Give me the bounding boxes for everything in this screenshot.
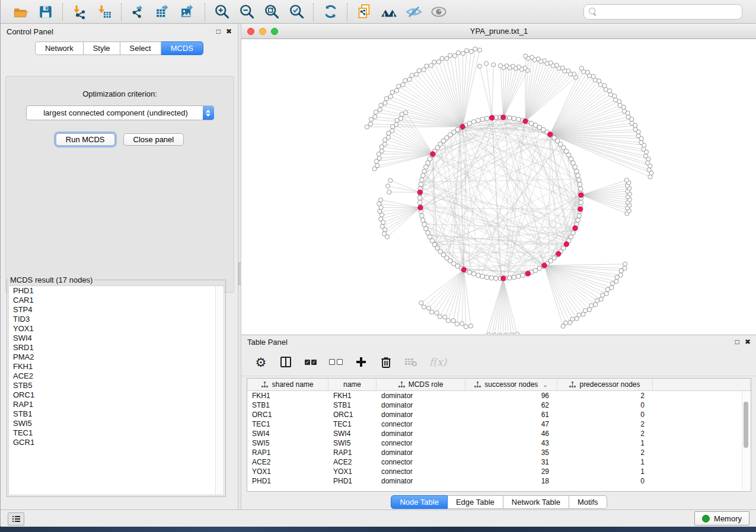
clone-network-button[interactable] bbox=[356, 4, 372, 20]
table-cell[interactable]: STB1 bbox=[328, 400, 377, 410]
table-cell[interactable]: 43 bbox=[465, 438, 557, 448]
table-cell[interactable]: 0 bbox=[557, 410, 653, 419]
open-session-button[interactable] bbox=[12, 4, 29, 20]
table-cell[interactable] bbox=[653, 419, 751, 429]
table-row[interactable]: RAP1RAP1dominator352 bbox=[247, 448, 751, 457]
memory-button[interactable]: Memory bbox=[694, 511, 749, 525]
table-cell[interactable]: YOX1 bbox=[328, 467, 377, 476]
table-row[interactable]: YOX1YOX1connector291 bbox=[247, 467, 751, 476]
table-cell[interactable] bbox=[653, 400, 751, 410]
table-cell[interactable]: connector bbox=[377, 419, 465, 429]
birds-eye-view-button[interactable] bbox=[381, 4, 397, 20]
table-cell[interactable]: PHD1 bbox=[247, 476, 328, 486]
task-history-button[interactable] bbox=[8, 512, 24, 525]
mcds-result-item[interactable]: ACE2 bbox=[9, 371, 224, 381]
table-cell[interactable] bbox=[653, 476, 751, 486]
tab-motifs[interactable]: Motifs bbox=[569, 495, 607, 509]
table-cell[interactable]: dominator bbox=[377, 400, 465, 410]
table-row[interactable]: TEC1TEC1connector472 bbox=[247, 419, 751, 429]
save-session-button[interactable] bbox=[37, 4, 54, 20]
table-cell[interactable]: RAP1 bbox=[247, 448, 328, 457]
table-cell[interactable]: RAP1 bbox=[328, 448, 377, 457]
table-row[interactable]: SWI5SWI5connector431 bbox=[247, 438, 751, 448]
deselect-all-button[interactable] bbox=[329, 355, 343, 369]
zoom-fit-button[interactable] bbox=[263, 4, 280, 20]
table-cell[interactable]: 31 bbox=[465, 457, 557, 467]
table-cell[interactable] bbox=[653, 391, 751, 400]
table-cell[interactable]: dominator bbox=[377, 391, 465, 400]
tab-node-table[interactable]: Node Table bbox=[391, 495, 448, 509]
column-header-shared-name[interactable]: shared name bbox=[247, 379, 328, 390]
table-cell[interactable]: 61 bbox=[465, 410, 557, 419]
table-cell[interactable]: 0 bbox=[557, 400, 653, 410]
mcds-result-item[interactable]: FKH1 bbox=[9, 362, 224, 371]
optimization-criterion-dropdown[interactable]: largest connected component (undirected) bbox=[26, 105, 214, 120]
table-cell[interactable]: dominator bbox=[377, 429, 465, 438]
table-cell[interactable] bbox=[653, 438, 751, 448]
table-cell[interactable]: 46 bbox=[465, 429, 557, 438]
close-panel-icon[interactable]: ✖ bbox=[226, 28, 232, 35]
add-column-button[interactable] bbox=[355, 355, 368, 369]
table-cell[interactable]: dominator bbox=[377, 448, 465, 457]
table-cell[interactable]: 2 bbox=[557, 429, 653, 438]
mcds-result-item[interactable]: SRD1 bbox=[9, 343, 224, 352]
column-header-predecessor-nodes[interactable]: predecessor nodes bbox=[557, 379, 653, 390]
tab-edge-table[interactable]: Edge Table bbox=[448, 495, 503, 509]
table-cell[interactable] bbox=[653, 467, 751, 476]
table-cell[interactable]: 1 bbox=[557, 467, 653, 476]
zoom-out-button[interactable] bbox=[238, 4, 255, 20]
table-cell[interactable]: 62 bbox=[465, 400, 557, 410]
table-cell[interactable]: ACE2 bbox=[247, 457, 328, 467]
mcds-result-list[interactable]: PHD1CAR1STP4TID3YOX1SWI4SRD1PMA2FKH1ACE2… bbox=[8, 286, 224, 495]
table-cell[interactable]: connector bbox=[377, 438, 465, 448]
import-table-button[interactable] bbox=[96, 4, 113, 20]
run-mcds-button[interactable]: Run MCDS bbox=[56, 133, 115, 146]
tab-network[interactable]: Network bbox=[35, 41, 84, 55]
column-header-successor-nodes[interactable]: successor nodes⌄ bbox=[465, 379, 557, 390]
mcds-result-item[interactable]: SWI4 bbox=[9, 334, 224, 343]
table-cell[interactable]: ACE2 bbox=[328, 457, 377, 467]
mcds-result-item[interactable]: ORC1 bbox=[9, 390, 224, 400]
table-cell[interactable]: 1 bbox=[557, 438, 653, 448]
table-row[interactable]: ORC1ORC1dominator610 bbox=[247, 410, 751, 419]
float-panel-icon[interactable]: □ bbox=[735, 338, 739, 345]
table-cell[interactable]: 1 bbox=[557, 457, 653, 467]
export-table-button[interactable] bbox=[155, 4, 171, 20]
show-hide-graphics-button[interactable] bbox=[406, 4, 422, 20]
table-cell[interactable]: SWI5 bbox=[247, 438, 328, 448]
export-image-button[interactable] bbox=[180, 4, 196, 20]
show-columns-button[interactable] bbox=[279, 355, 292, 369]
table-cell[interactable]: 96 bbox=[465, 391, 557, 400]
mcds-result-item[interactable]: TEC1 bbox=[9, 428, 224, 438]
mcds-result-item[interactable]: GCR1 bbox=[9, 438, 224, 447]
function-builder-button[interactable]: f(x) bbox=[429, 355, 446, 369]
zoom-selected-button[interactable] bbox=[288, 4, 305, 20]
table-row[interactable]: SWI4SWI4dominator462 bbox=[247, 429, 751, 438]
mcds-result-item[interactable]: PHD1 bbox=[9, 286, 224, 296]
zoom-in-button[interactable] bbox=[213, 4, 230, 20]
mcds-result-item[interactable]: STB1 bbox=[9, 409, 224, 419]
mcds-list-scrollbar[interactable] bbox=[215, 286, 224, 495]
export-network-button[interactable] bbox=[130, 4, 146, 20]
table-cell[interactable]: SWI4 bbox=[328, 429, 377, 438]
mcds-result-item[interactable]: STP4 bbox=[9, 305, 224, 315]
table-cell[interactable]: FKH1 bbox=[247, 391, 328, 400]
table-cell[interactable]: ORC1 bbox=[247, 410, 328, 419]
tab-mcds[interactable]: MCDS bbox=[161, 41, 203, 55]
table-cell[interactable]: dominator bbox=[377, 476, 465, 486]
import-network-button[interactable] bbox=[71, 4, 88, 20]
table-settings-button[interactable]: ⚙ bbox=[254, 355, 267, 369]
select-all-button[interactable]: ✓✓ bbox=[304, 355, 317, 369]
mcds-result-item[interactable]: CAR1 bbox=[9, 296, 224, 305]
table-row[interactable]: STB1STB1dominator620 bbox=[247, 400, 751, 410]
mcds-result-item[interactable]: RAP1 bbox=[9, 400, 224, 409]
table-cell[interactable]: 0 bbox=[557, 476, 653, 486]
table-cell[interactable]: 47 bbox=[465, 419, 557, 429]
table-cell[interactable]: TEC1 bbox=[247, 419, 328, 429]
table-cell[interactable]: dominator bbox=[377, 410, 465, 419]
network-window-titlebar[interactable]: YPA_prune.txt_1 bbox=[241, 24, 756, 39]
tab-select[interactable]: Select bbox=[120, 41, 161, 55]
table-row[interactable]: ACE2ACE2connector311 bbox=[247, 457, 751, 467]
table-cell[interactable] bbox=[653, 410, 751, 419]
mcds-result-item[interactable]: TID3 bbox=[9, 315, 224, 324]
